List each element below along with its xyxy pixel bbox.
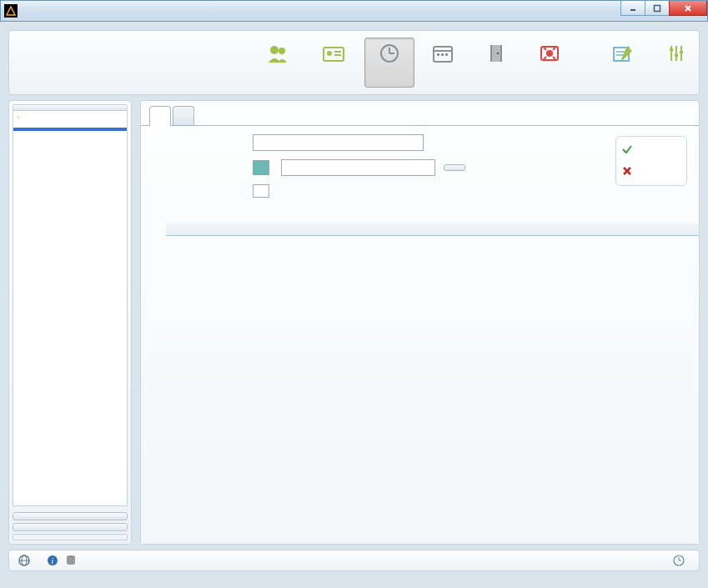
id-card-icon xyxy=(320,42,347,65)
edit-list-icon xyxy=(610,42,636,65)
svg-point-5 xyxy=(279,48,285,54)
tab-general[interactable] xyxy=(149,106,171,126)
toolbar-larmomraden[interactable] xyxy=(525,38,575,88)
toolbar-personer[interactable] xyxy=(253,38,303,88)
tabstrip xyxy=(149,105,699,125)
info-icon[interactable]: i xyxy=(46,554,59,567)
name-input[interactable] xyxy=(253,134,424,151)
sidebar xyxy=(8,100,132,545)
toolbar-behorighetsgrupper[interactable] xyxy=(306,38,361,88)
color-swatch[interactable] xyxy=(253,160,269,175)
time-column xyxy=(141,236,166,544)
svg-rect-30 xyxy=(675,54,678,57)
add-button[interactable] xyxy=(444,164,465,171)
check-icon xyxy=(621,143,633,157)
sidebar-list-header[interactable] xyxy=(13,104,128,111)
toolbar-installningar[interactable] xyxy=(651,38,701,88)
calendar-icon xyxy=(429,42,456,65)
svg-point-7 xyxy=(327,51,332,56)
close-button[interactable] xyxy=(669,1,707,16)
svg-rect-29 xyxy=(670,48,673,51)
clock-small-icon xyxy=(672,554,685,567)
db-icon[interactable] xyxy=(64,554,78,567)
alarm-icon xyxy=(536,42,563,65)
tidsgrupp-input[interactable] xyxy=(281,159,435,176)
svg-text:i: i xyxy=(52,556,54,565)
svg-rect-31 xyxy=(680,51,683,53)
sliders-icon xyxy=(663,42,690,65)
minimize-button[interactable] xyxy=(620,1,645,16)
svg-rect-15 xyxy=(437,53,439,56)
sidebar-status xyxy=(13,534,128,540)
people-icon xyxy=(264,42,291,65)
door-icon xyxy=(483,42,510,65)
svg-point-22 xyxy=(546,50,553,57)
svg-point-4 xyxy=(270,46,279,54)
save-button[interactable] xyxy=(621,143,681,157)
svg-rect-1 xyxy=(655,5,660,11)
svg-point-20 xyxy=(497,53,499,54)
list-item[interactable] xyxy=(13,128,127,131)
toolbar-handelser[interactable] xyxy=(598,38,648,88)
cancel-button[interactable] xyxy=(621,165,681,178)
window-titlebar xyxy=(0,0,708,22)
other-checkbox[interactable] xyxy=(253,184,269,198)
toolbar-kalender[interactable] xyxy=(418,38,468,88)
maximize-button[interactable] xyxy=(645,1,670,16)
main-toolbar xyxy=(253,38,701,88)
x-icon xyxy=(621,165,633,178)
grid-body[interactable] xyxy=(166,236,699,496)
sidebar-list xyxy=(13,111,128,506)
toolbar-tidscheman[interactable] xyxy=(364,38,414,88)
globe-icon[interactable] xyxy=(18,554,31,567)
header xyxy=(8,30,700,95)
tab-body xyxy=(141,125,699,544)
toolbar-dorrar[interactable] xyxy=(471,38,521,88)
svg-rect-16 xyxy=(441,53,444,56)
schedule-grid xyxy=(141,223,699,544)
statusbar: i xyxy=(8,550,700,571)
delete-button[interactable] xyxy=(13,523,128,531)
app-icon xyxy=(4,4,18,18)
content-panel xyxy=(140,100,700,545)
svg-rect-17 xyxy=(445,53,448,56)
action-box xyxy=(615,136,687,186)
tab-alternativ[interactable] xyxy=(173,106,194,126)
clock-icon xyxy=(376,42,403,65)
day-header-row xyxy=(166,223,699,236)
new-button[interactable] xyxy=(13,512,128,520)
svg-rect-19 xyxy=(492,45,500,62)
